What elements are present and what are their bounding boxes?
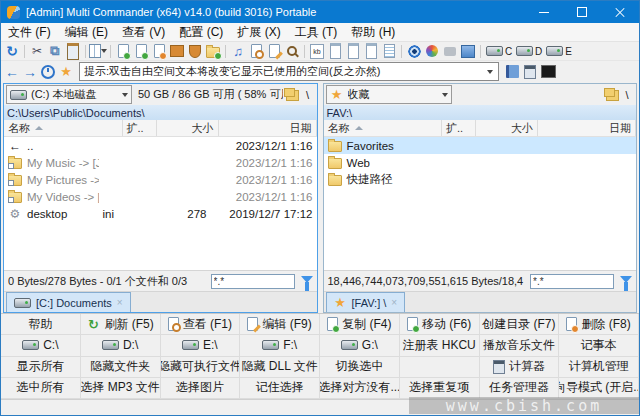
- quick-button-delete[interactable]: 删除 (F8): [559, 314, 639, 335]
- tab-favorites[interactable]: [FAV:] \ ×: [326, 292, 406, 312]
- left-path-bar[interactable]: C:\Users\Public\Documents\: [4, 105, 317, 120]
- quick-button-view[interactable]: 查看 (F1): [161, 314, 241, 335]
- quick-button-hide-dll[interactable]: 隐藏 DLL 文件: [240, 357, 320, 378]
- column-name[interactable]: 名称: [324, 120, 443, 136]
- folder-tree-icon[interactable]: [283, 87, 301, 103]
- quick-button-select-mp3[interactable]: 选择 MP3 文件: [81, 378, 161, 399]
- clipboard-2-icon[interactable]: [344, 43, 362, 59]
- quick-button-play-music[interactable]: 播放音乐文件: [480, 335, 560, 356]
- quick-button-hide-exe[interactable]: 隐藏可执行文件: [161, 357, 241, 378]
- quick-button-drive-c[interactable]: C:\: [1, 335, 81, 356]
- close-icon[interactable]: ×: [391, 297, 397, 308]
- hint-input[interactable]: [80, 66, 482, 78]
- clipboard-1-icon[interactable]: [326, 43, 344, 59]
- menu-help[interactable]: 帮助 (H): [344, 23, 402, 41]
- quick-button-select-missing[interactable]: 选择对方没有...: [320, 378, 400, 399]
- copy-icon[interactable]: [46, 43, 64, 59]
- unpack-icon[interactable]: [186, 43, 204, 59]
- filter-funnel-icon[interactable]: [301, 276, 313, 283]
- quick-button-show-all[interactable]: 显示所有: [1, 357, 81, 378]
- column-size[interactable]: 大小: [157, 120, 219, 136]
- column-date[interactable]: 日期: [538, 120, 636, 136]
- right-path-bar[interactable]: FAV:\: [324, 105, 637, 120]
- right-drive-selector[interactable]: 收藏: [326, 85, 452, 104]
- calculator-icon[interactable]: [521, 64, 539, 80]
- quick-button-drive-e[interactable]: E:\: [161, 335, 241, 356]
- column-name[interactable]: 名称: [4, 120, 123, 136]
- quick-button-notepad[interactable]: 记事本: [559, 335, 639, 356]
- edit-file-icon[interactable]: [265, 43, 283, 59]
- menu-extensions[interactable]: 扩展 (X): [230, 23, 287, 41]
- minimize-button[interactable]: [525, 1, 563, 23]
- menu-edit[interactable]: 编辑 (E): [58, 23, 115, 41]
- pane-divider[interactable]: [319, 82, 322, 313]
- file-delete-icon[interactable]: [150, 43, 168, 59]
- comment-icon[interactable]: [441, 43, 459, 59]
- menu-view[interactable]: 查看 (V): [115, 23, 172, 41]
- tab-c-documents[interactable]: [C:] Documents ×: [6, 292, 131, 312]
- quick-button-mkdir[interactable]: 创建目录 (F7): [480, 314, 560, 335]
- command-prompt-icon[interactable]: [539, 64, 557, 80]
- quick-button-refresh[interactable]: 刷新 (F5): [81, 314, 161, 335]
- favorites-icon[interactable]: [57, 64, 75, 80]
- file-move-icon[interactable]: [132, 43, 150, 59]
- history-icon[interactable]: [39, 64, 57, 80]
- column-date[interactable]: 日期: [219, 120, 317, 136]
- menu-file[interactable]: 文件 (F): [1, 23, 58, 41]
- file-row[interactable]: My Music -> [J] C:\Users\Public\Music 20…: [4, 154, 317, 171]
- file-row-selected[interactable]: Favorites: [324, 137, 637, 154]
- left-drive-selector[interactable]: (C:) 本地磁盘: [6, 85, 132, 104]
- filter-funnel-icon[interactable]: [620, 276, 632, 283]
- hint-combobox[interactable]: [79, 62, 499, 81]
- close-button[interactable]: [601, 1, 639, 23]
- clipboard-3-icon[interactable]: [362, 43, 380, 59]
- preview-eye-icon[interactable]: [405, 43, 423, 59]
- drive-c-button[interactable]: C: [484, 43, 514, 59]
- free-space-label[interactable]: 50 GB / 86 GB 可用 ( 58% 可用 ): [132, 87, 283, 102]
- back-icon[interactable]: [3, 64, 21, 80]
- quick-button-calculator[interactable]: 计算器: [480, 357, 560, 378]
- quick-button-hide-folders[interactable]: 隐藏文件夹: [81, 357, 161, 378]
- menu-config[interactable]: 配置 (C): [172, 23, 230, 41]
- view-file-icon[interactable]: [247, 43, 265, 59]
- column-ext[interactable]: 扩..: [123, 120, 157, 136]
- new-folder-icon[interactable]: [204, 43, 222, 59]
- filter-input[interactable]: [211, 274, 295, 289]
- go-root-button[interactable]: \: [301, 89, 315, 101]
- cut-icon[interactable]: [28, 43, 46, 59]
- music-icon[interactable]: [229, 43, 247, 59]
- file-row[interactable]: My Pictures -> [J] C:\Users\Public\Pictu…: [4, 171, 317, 188]
- quick-button-select-images[interactable]: 选择图片: [161, 378, 241, 399]
- quick-button-help[interactable]: 帮助: [1, 314, 81, 335]
- quick-button-drive-g[interactable]: G:\: [320, 335, 400, 356]
- split-view-icon[interactable]: [89, 43, 107, 59]
- quick-button-move[interactable]: 移动 (F6): [400, 314, 480, 335]
- blue-window-icon[interactable]: [459, 43, 477, 59]
- kb-size-icon[interactable]: kb: [308, 43, 326, 59]
- quick-button-registry[interactable]: 注册表 HKCU: [400, 335, 480, 356]
- folder-tree-icon[interactable]: [602, 87, 620, 103]
- quick-button-drive-d[interactable]: D:\: [81, 335, 161, 356]
- maximize-button[interactable]: [563, 1, 601, 23]
- quick-button-toggle-selection[interactable]: 切换选中: [320, 357, 400, 378]
- notes-icon[interactable]: [380, 43, 398, 59]
- drive-e-button[interactable]: E: [544, 43, 574, 59]
- file-row-up[interactable]: .. 2023/12/1 1:16: [4, 137, 317, 154]
- file-row[interactable]: Web: [324, 154, 637, 171]
- quick-button-remember-selection[interactable]: 记住选择: [240, 378, 320, 399]
- filter-input[interactable]: [530, 274, 614, 289]
- file-row[interactable]: My Videos -> [J] C:\Users\Public\Videos …: [4, 188, 317, 205]
- file-row[interactable]: 快捷路径: [324, 171, 637, 188]
- color-sphere-icon[interactable]: [423, 43, 441, 59]
- quick-button-edit[interactable]: 编辑 (F9): [240, 314, 320, 335]
- quick-button-computer-mgmt[interactable]: 计算机管理: [559, 357, 639, 378]
- pack-icon[interactable]: [168, 43, 186, 59]
- file-row[interactable]: desktop ini 278 2019/12/7 17:12: [4, 205, 317, 222]
- column-ext[interactable]: 扩..: [442, 120, 476, 136]
- go-root-button[interactable]: \: [620, 89, 634, 101]
- file-copy-icon[interactable]: [114, 43, 132, 59]
- book-icon[interactable]: [503, 64, 521, 80]
- quick-button-drive-f[interactable]: F:\: [240, 335, 320, 356]
- forward-icon[interactable]: [21, 64, 39, 80]
- paste-icon[interactable]: [64, 43, 82, 59]
